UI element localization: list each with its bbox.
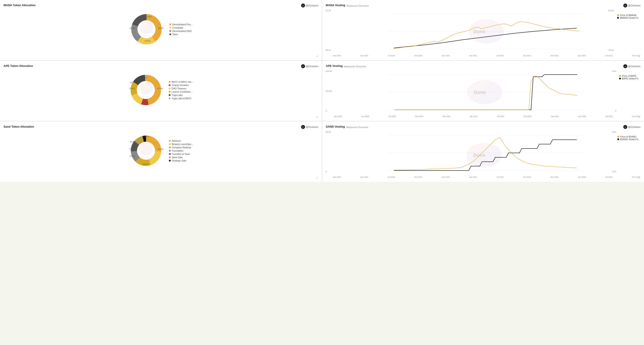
- panel-header: MANA Token Allocation ● @21shares: [4, 3, 318, 8]
- legend-dot-gold: [169, 23, 171, 25]
- pct-14: 14.0%: [130, 81, 136, 83]
- legend-item-seed-sale: Seed Sale: [169, 156, 194, 159]
- legend-label: Decentraland Fou…: [172, 23, 193, 26]
- legend-dot: [169, 153, 171, 155]
- mana-legend: Decentraland Fou… Crowdsale Decentraland…: [169, 23, 193, 36]
- legend-label: Decentraland DAO: [172, 30, 192, 32]
- pct-8: 8.0%: [143, 76, 147, 78]
- legend-item-crowdsale: Crowdsale: [169, 26, 193, 29]
- x-label: Jan 2022: [550, 54, 558, 57]
- legend-dot: [169, 91, 170, 93]
- x-label: Oct 2020: [414, 54, 422, 57]
- x-label: Apr 2021: [470, 115, 478, 117]
- brand-avatar: ●: [301, 125, 305, 129]
- legend-item-company-reserve: Company Reserve: [169, 146, 194, 149]
- ape-vesting-subtitle: Metaverse Overview: [344, 65, 366, 68]
- svg-point-16: [137, 81, 154, 99]
- sand-chart-container: $5.00 0 40% 20% Dune: [326, 131, 640, 176]
- pct-19: 19.0%: [143, 163, 148, 165]
- brand-badge: ● @21shares: [623, 3, 640, 7]
- legend-item-decentraland-foundation: Decentraland Fou…: [169, 23, 193, 26]
- brand-avatar: ●: [301, 3, 305, 7]
- legend-label: Company Reserve: [172, 146, 191, 149]
- x-label: Jan 2021: [442, 115, 450, 117]
- x-label: Apr 2020: [361, 115, 369, 117]
- check-icon: ✓: [316, 176, 319, 180]
- legend-dot: [169, 156, 171, 158]
- legend-item-yuga-labs-bayc: Yuga Labs & BAYC: [169, 97, 194, 100]
- x-label: Jul 2021: [496, 54, 504, 57]
- check-icon: ✓: [638, 115, 641, 119]
- sand-legend: Advisors Binance Launchpa… Company Reser…: [169, 139, 194, 162]
- sand-vesting-panel: SAND Vesting Metaverse Overview ● @21sha…: [322, 121, 644, 182]
- legend-dot: [169, 84, 170, 86]
- x-label: Oct 2021: [524, 115, 532, 117]
- legend-item-yuga-labs: Yuga Labs: [169, 94, 194, 96]
- pct-17-2: 17.2%: [129, 155, 135, 157]
- pct-10: 10.0%: [144, 135, 149, 137]
- check-icon: ✓: [316, 54, 319, 58]
- legend-label: Advisors: [172, 139, 180, 142]
- mana-allocation-panel: MANA Token Allocation ● @21shares: [0, 0, 322, 60]
- check-icon: ✓: [638, 176, 641, 180]
- pct-20-bot: 20.0%: [145, 40, 150, 42]
- x-label: Apr 2022: [578, 54, 586, 57]
- legend-label: $MANA Vested %: [620, 16, 638, 19]
- legend-item-dao-treasury: DAO Treasury: [169, 87, 194, 90]
- brand-badge: ● @21shares: [301, 64, 318, 68]
- legend-dot-black: [619, 78, 621, 79]
- brand-badge: ● @21shares: [301, 3, 318, 7]
- x-label: Apr 2022: [578, 115, 586, 117]
- legend-dot: [169, 150, 171, 152]
- x-label: Apr 2021: [469, 54, 477, 57]
- pct-20-left: 20.0%: [130, 27, 136, 29]
- legend-label: Crowdsale: [172, 26, 183, 29]
- legend-item-launch-contributors: Launch Contributo…: [169, 90, 194, 93]
- legend-item-binance: Binance Launchpa…: [169, 143, 194, 145]
- legend-item-strategic-sale: Strategic Sale: [169, 159, 194, 162]
- legend-label: $APE Vested %: [622, 77, 638, 80]
- legend-label: Foundation: [172, 149, 184, 152]
- x-label: Apr 2021: [469, 176, 477, 178]
- y-label-1: $1.00: [326, 9, 331, 12]
- x-label: Apr 2022: [578, 176, 586, 178]
- sand-vesting-title: SAND Vesting: [326, 125, 345, 128]
- mana-donut-container: Dune 20.0% 40.0% 20.0% 20.0% Decentralan…: [4, 9, 318, 49]
- x-label: Jul 2021: [496, 176, 504, 178]
- x-label: Jan 2022: [550, 176, 558, 178]
- legend-dot-gold: [617, 136, 619, 137]
- legend-label: Price of $MANA: [620, 14, 636, 16]
- x-label: Jan 2021: [442, 176, 450, 178]
- legend-dot-black: [617, 17, 619, 19]
- mana-vesting-chart: Dune: [332, 9, 640, 53]
- legend-item-charity: Charity Donation: [169, 84, 194, 86]
- brand-badge: ● @21shares: [301, 125, 318, 129]
- x-label: Jul 2020: [388, 176, 395, 178]
- brand-avatar: ●: [623, 3, 627, 7]
- ape-allocation-title: APE Token Allocation: [4, 64, 33, 67]
- sand-donut-container: Dune 10.0% 25.8% 19.0% 17.2% 12.0% 12.0%…: [4, 131, 318, 171]
- legend-dot: [169, 140, 171, 142]
- legend-dot: [169, 94, 170, 96]
- check-icon: ✓: [316, 115, 319, 119]
- ape-chart-container: $20.00 $10.00 0 20% 0 Dune: [326, 70, 640, 115]
- legend-vested-sand: $SAND Vested %: [617, 138, 638, 141]
- ape-x-axis: Jan 2020 Apr 2020 Jul 2020 Oct 2020 Jan …: [334, 115, 640, 117]
- legend-label: Price of $SAND: [620, 135, 636, 138]
- ape-donut-wrap: Dune 8.0% 47.0% 15.0% 15.0% 14.0%: [128, 72, 164, 108]
- x-label: Jul 2022: [605, 176, 613, 178]
- legend-label: Strategic Sale: [172, 159, 186, 162]
- ape-vesting-chart: Dune: [334, 70, 640, 114]
- legend-price-sand: Price of $SAND: [617, 135, 638, 138]
- title-row: APE Vesting Metaverse Overview: [326, 64, 366, 68]
- legend-item-bayc: BAYC & MAYC Hol…: [169, 80, 194, 83]
- brand-label: @21shares: [306, 126, 318, 128]
- legend-dot: [169, 160, 171, 161]
- legend-label: Yuga Labs & BAYC: [172, 97, 192, 100]
- brand-label: @21shares: [306, 4, 318, 7]
- mana-vesting-title: MANA Vesting: [326, 3, 345, 7]
- ape-legend: BAYC & MAYC Hol… Charity Donation DAO Tr…: [169, 80, 194, 100]
- brand-label: @21shares: [628, 4, 640, 7]
- mana-vesting-subtitle: Metaverse Overview: [346, 4, 368, 7]
- x-label: Jan 2020: [333, 176, 341, 178]
